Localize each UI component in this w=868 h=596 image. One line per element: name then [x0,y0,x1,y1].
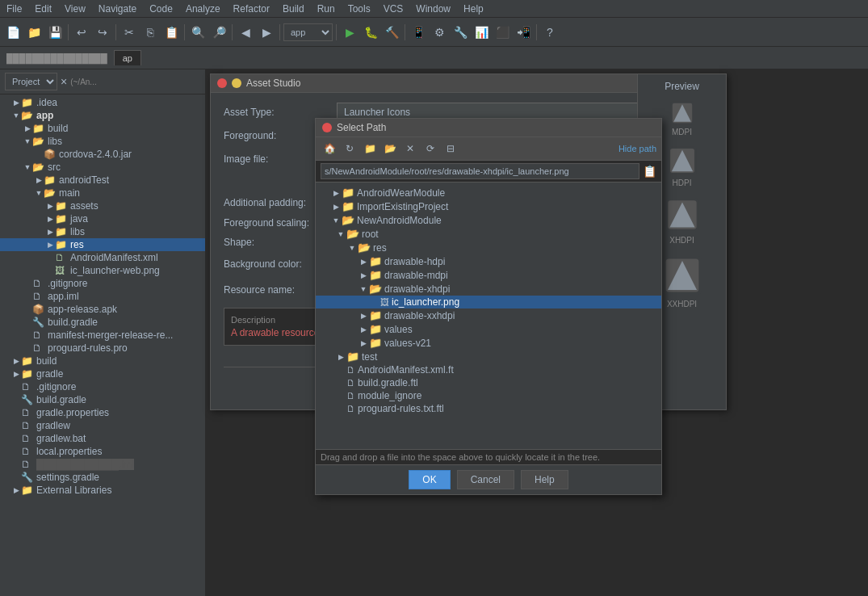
sp-item-androidmanifest2[interactable]: 🗋 AndroidManifest.xml.ft [316,363,661,376]
sp-folder-btn2[interactable]: 📂 [381,141,399,157]
sp-collapse-btn[interactable]: ⊟ [442,141,459,157]
toolbar-next[interactable]: ▶ [257,23,276,42]
menu-tools[interactable]: Tools [342,2,377,16]
sidebar-close-btn[interactable]: × [61,75,67,88]
toolbar-save[interactable]: 💾 [45,23,65,42]
sp-item-buildgradle3[interactable]: 🗋 build.gradle.ftl [316,376,661,389]
tree-item-cordova[interactable]: 📦 cordova-2.4.0.jar [0,148,205,161]
sp-hide-path-btn[interactable]: Hide path [619,144,656,153]
sp-home-btn[interactable]: 🏠 [321,141,338,157]
sp-item-drawable-xhdpi[interactable]: ▼ 📂 drawable-xhdpi [316,282,661,296]
toolbar-build2[interactable]: 🔨 [382,23,401,42]
sp-item-root[interactable]: ▼ 📂 root [316,227,661,241]
tree-item-gitignore[interactable]: 🗋 .gitignore [0,277,205,290]
toolbar-prev[interactable]: ◀ [236,23,255,42]
sp-item-drawable-mdpi[interactable]: ▶ 📁 drawable-mdpi [316,268,661,282]
tree-item-buildgradle2[interactable]: 🔧 build.gradle [0,393,205,406]
menu-edit[interactable]: Edit [28,2,58,16]
asset-studio-close-btn[interactable] [217,78,227,88]
sp-path-clear-btn[interactable]: 📋 [643,165,656,178]
tree-item-gradlew[interactable]: 🗋 gradlew [0,419,205,432]
tree-item-androidmanifest[interactable]: 🗋 AndroidManifest.xml [0,251,205,264]
toolbar-undo[interactable]: ↩ [72,23,91,42]
sp-item-moduleignore[interactable]: 🗋 module_ignore [316,389,661,402]
sp-help-btn[interactable]: Help [521,470,568,489]
tree-item-iclauncher[interactable]: 🖼 ic_launcher-web.png [0,264,205,277]
toolbar-misc2[interactable]: 📊 [472,23,491,42]
toolbar-avd[interactable]: 📱 [409,23,428,42]
tree-item-libs[interactable]: ▼ 📂 libs [0,135,205,148]
toolbar-misc1[interactable]: 🔧 [451,23,470,42]
sp-ok-btn[interactable]: OK [409,470,450,489]
menu-view[interactable]: View [58,2,92,16]
toolbar-help2[interactable]: ? [540,23,560,42]
tree-item-build2[interactable]: ▶ 📁 build [0,355,205,367]
sp-item-ic-launcher[interactable]: 🖼 ic_launcher.png [316,296,661,308]
sidebar-view-selector[interactable]: Project [5,73,57,90]
tree-item-libs2[interactable]: ▶ 📁 libs [0,225,205,238]
tree-item-gradlewbat[interactable]: 🗋 gradlew.bat [0,432,205,445]
toolbar-new[interactable]: 📄 [3,23,23,42]
tree-item-apprelease[interactable]: 📦 app-release.apk [0,303,205,316]
toolbar-copy[interactable]: ⎘ [140,23,160,42]
menu-build[interactable]: Build [276,2,311,16]
sp-item-importexisting[interactable]: ▶ 📁 ImportExistingProject [316,199,661,213]
menu-analyze[interactable]: Analyze [179,2,227,16]
select-path-close-btn[interactable] [322,123,332,132]
toolbar-open[interactable]: 📁 [24,23,44,42]
sp-item-drawable-xxhdpi[interactable]: ▶ 📁 drawable-xxhdpi [316,308,661,322]
sp-item-res2[interactable]: ▼ 📂 res [316,241,661,254]
tree-item-build[interactable]: ▶ 📁 build [0,122,205,135]
menu-navigate[interactable]: Navigate [92,2,143,16]
tree-item-blurred[interactable]: 🗋 ████████████.iml [0,458,205,471]
sp-item-newandroid[interactable]: ▼ 📂 NewAndroidModule [316,213,661,227]
tree-item-androidtest[interactable]: ▶ 📁 androidTest [0,174,205,187]
tree-item-extlibs[interactable]: ▶ 📁 External Libraries [0,484,205,497]
toolbar-misc3[interactable]: ⬛ [493,23,512,42]
tree-item-gitignore2[interactable]: 🗋 .gitignore [0,380,205,393]
toolbar-paste[interactable]: 📋 [161,23,181,42]
tree-item-idea[interactable]: ▶ 📁 .idea [0,96,205,109]
toolbar-sdk[interactable]: ⚙ [430,23,449,42]
sp-item-drawable-hdpi[interactable]: ▶ 📁 drawable-hdpi [316,254,661,268]
sp-delete-btn[interactable]: ✕ [401,141,419,157]
tree-item-java[interactable]: ▶ 📁 java [0,212,205,225]
sp-item-values-v21[interactable]: ▶ 📁 values-v21 [316,336,661,350]
sp-cancel-btn[interactable]: Cancel [457,470,514,489]
toolbar-search2[interactable]: 🔎 [209,23,229,42]
sp-sync-btn[interactable]: ⟳ [421,141,439,157]
toolbar-redo[interactable]: ↪ [93,23,112,42]
tree-item-settings[interactable]: 🔧 settings.gradle [0,471,205,484]
sp-item-test[interactable]: ▶ 📁 test [316,350,661,363]
menu-help[interactable]: Help [457,2,490,16]
tree-item-proguard[interactable]: 🗋 proguard-rules.pro [0,342,205,355]
toolbar-module-selector[interactable]: app [283,23,333,41]
tree-item-gradle[interactable]: ▶ 📁 gradle [0,367,205,380]
menu-window[interactable]: Window [409,2,457,16]
menu-file[interactable]: File [0,2,28,16]
toolbar-debug[interactable]: 🐛 [361,23,380,42]
sp-item-values[interactable]: ▶ 📁 values [316,322,661,336]
tree-item-assets[interactable]: ▶ 📁 assets [0,199,205,212]
toolbar-cut[interactable]: ✂ [120,23,139,42]
sp-refresh-btn[interactable]: ↻ [341,141,359,157]
asset-studio-min-btn[interactable] [232,78,241,88]
toolbar-misc4[interactable]: 📲 [514,23,533,42]
sp-path-input[interactable] [321,163,639,179]
tree-item-gradleprop[interactable]: 🗋 gradle.properties [0,406,205,419]
tree-item-src[interactable]: ▼ 📂 src [0,161,205,174]
menu-vcs[interactable]: VCS [377,2,410,16]
tree-item-res[interactable]: ➜ ▶ 📁 res [0,238,205,251]
tree-item-localprop[interactable]: 🗋 local.properties [0,445,205,458]
menu-refactor[interactable]: Refactor [227,2,276,16]
sp-folder-new-btn[interactable]: 📁 [361,141,379,157]
tree-item-buildgradle[interactable]: 🔧 build.gradle [0,316,205,329]
sp-item-androidwear[interactable]: ▶ 📁 AndroidWearModule [316,186,661,199]
toolbar-run[interactable]: ▶ [340,23,359,42]
tree-item-manifestmerge[interactable]: 🗋 manifest-merger-release-re... [0,329,205,342]
menu-code[interactable]: Code [143,2,179,16]
toolbar-search[interactable]: 🔍 [188,23,208,42]
tab-ap[interactable]: ap [114,50,141,65]
menu-run[interactable]: Run [311,2,342,16]
sp-item-proguard2[interactable]: 🗋 proguard-rules.txt.ftl [316,402,661,415]
